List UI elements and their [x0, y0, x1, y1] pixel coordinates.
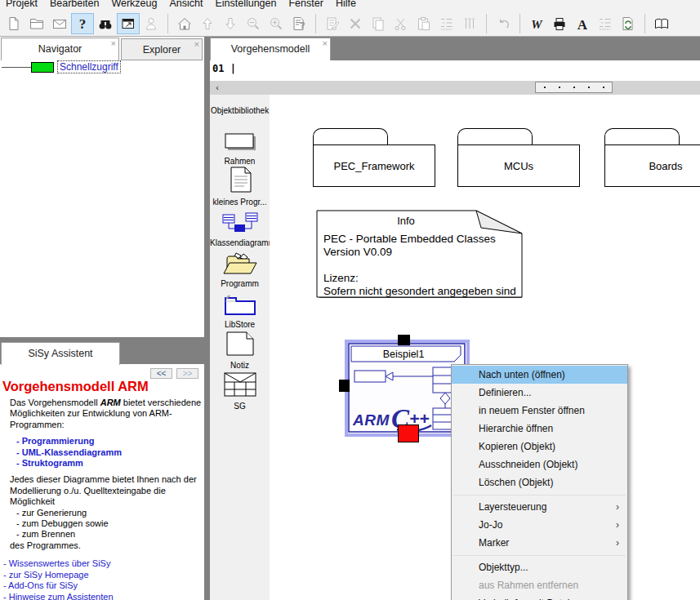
assistant-list-item: - zum Brennen [16, 529, 204, 540]
document-help-icon[interactable]: ? [288, 13, 310, 34]
scroll-left-arrow[interactable]: ‹ [210, 81, 225, 95]
selection-handle-left[interactable] [339, 380, 350, 392]
submenu-arrow-icon: › [616, 534, 619, 552]
menu-projekt[interactable]: Projekt [6, 0, 38, 11]
delete-icon[interactable] [344, 13, 367, 34]
assistant-link[interactable]: - Hinweise zum Assistenten [3, 592, 204, 600]
submenu-arrow-icon: › [616, 594, 619, 600]
assistant-link[interactable]: - Wissenswertes über SiSy [3, 558, 204, 570]
tab-navigator-label: Navigator [2, 43, 118, 55]
kleines-programm-icon[interactable] [226, 166, 254, 197]
info-note[interactable]: Info PEC - Portable Embedded Classes Ver… [316, 210, 527, 304]
menu-item-definieren[interactable]: Definieren... [452, 384, 627, 402]
folder-tab [313, 128, 388, 145]
assistant-link[interactable]: - Programmierung [16, 436, 204, 447]
application-window: ProjektBearbeitenWerkzeugAnsichtEinstell… [0, 0, 700, 600]
zoom-in-icon[interactable] [265, 13, 288, 34]
library-item-libstore[interactable]: LibStore [210, 288, 270, 329]
search-binoculars-icon[interactable] [94, 13, 117, 34]
red-marker[interactable] [398, 424, 419, 442]
menu-item-löschen-objekt[interactable]: Löschen (Objekt) [452, 473, 627, 491]
open-folder-icon[interactable] [25, 13, 48, 34]
selection-handle-top[interactable] [398, 335, 410, 345]
menu-item-in-neuem-fenster-öffnen[interactable]: in neuem Fenster öffnen [452, 402, 627, 420]
library-item-label: Programm [221, 279, 259, 288]
tab-navigator[interactable]: Navigator × [1, 38, 119, 60]
programm-icon[interactable] [222, 251, 258, 278]
tree-node-icon[interactable] [31, 62, 54, 73]
library-item-programm[interactable]: Programm [210, 247, 270, 288]
person-icon[interactable] [140, 13, 163, 34]
help-icon[interactable]: ? [71, 13, 94, 34]
assistant-forward-button[interactable]: >> [176, 368, 198, 379]
close-icon[interactable]: × [323, 39, 328, 48]
menu-bearbeiten[interactable]: Bearbeiten [50, 0, 99, 11]
menu-item-nach-unten-öffnen[interactable]: Nach unten (öffnen) [452, 366, 627, 384]
tab-sisy-assistent[interactable]: SiSy Assistent [1, 342, 120, 365]
assistant-link[interactable]: - Struktogramm [16, 458, 204, 469]
columns-icon[interactable] [458, 13, 481, 34]
menu-item-layersteuerung[interactable]: Layersteuerung› [452, 498, 627, 516]
assistant-links-model: - Programmierung- UML-Klassendiagramm- S… [16, 436, 204, 469]
library-item-kleines-programm[interactable]: kleines Progr... [210, 166, 270, 207]
book-icon[interactable] [650, 13, 673, 34]
menu-item-jo-jo[interactable]: Jo-Jo› [452, 516, 627, 534]
close-icon[interactable]: × [111, 39, 116, 48]
assistant-back-button[interactable]: << [150, 368, 172, 379]
ruler-row: 01 | [210, 60, 700, 81]
menu-werkzeug[interactable]: Werkzeug [111, 0, 157, 11]
assistant-link[interactable]: - Add-Ons für SiSy [3, 580, 204, 592]
library-item-notiz[interactable]: Notiz [210, 329, 270, 370]
tab-vorgehensmodell[interactable]: Vorgehensmodell × [210, 38, 331, 60]
cut-scissors-icon[interactable] [390, 13, 412, 34]
window-resize-icon[interactable] [117, 13, 140, 34]
zoom-out-icon[interactable] [242, 13, 265, 34]
copy-icon[interactable] [367, 13, 390, 34]
assistant-link[interactable]: - zur SiSy Homepage [3, 570, 204, 581]
list-arrows-icon[interactable] [435, 13, 458, 34]
menu-item-ausschneiden-objekt[interactable]: Ausschneiden (Objekt) [452, 456, 627, 473]
paste-icon[interactable] [412, 13, 435, 34]
close-icon[interactable]: × [194, 40, 199, 49]
svg-text:PEC - Portable Embedded Classe: PEC - Portable Embedded Classes [323, 233, 496, 245]
sg-icon[interactable] [222, 371, 258, 401]
library-item-sg[interactable]: SG [210, 370, 270, 411]
menu-item-kopieren-objekt[interactable]: Kopieren (Objekt) [452, 438, 627, 456]
folder-label: MCUs [457, 144, 580, 187]
assistant-list-item: - zum Debuggen sowie [16, 518, 204, 529]
mail-icon[interactable] [48, 13, 71, 34]
menu-fenster[interactable]: Fenster [288, 0, 323, 11]
navigate-down-icon[interactable] [219, 13, 242, 34]
navigate-up-icon[interactable] [196, 13, 219, 34]
libstore-icon[interactable] [223, 291, 257, 319]
tree-item-label[interactable]: Schnellzugriff [57, 60, 121, 73]
library-item-klassendiagramm[interactable]: Klassendiagramm [210, 207, 270, 247]
horizontal-scrollbar[interactable]: ‹ [210, 81, 700, 95]
word-export-icon[interactable]: W [525, 13, 548, 34]
font-icon[interactable]: A [571, 13, 594, 34]
home-icon[interactable] [173, 13, 196, 34]
scrollbar-thumb[interactable] [535, 82, 613, 93]
assistant-link[interactable]: - UML-Klassendiagramm [16, 447, 204, 458]
menu-ansicht[interactable]: Ansicht [169, 0, 203, 11]
library-item-rahmen[interactable]: Rahmen [210, 125, 270, 166]
menu-item-marker[interactable]: Marker› [452, 534, 627, 552]
menu-item-hierarchie-öffnen[interactable]: Hierarchie öffnen [452, 420, 627, 438]
rahmen-icon[interactable] [222, 131, 258, 156]
tab-explorer[interactable]: Explorer × [121, 38, 203, 60]
object-library-title: Objektbibliothek [211, 106, 270, 115]
assistant-paragraph-2: Jedes dieser Diagramme bietet Ihnen nach… [10, 474, 204, 507]
notiz-icon[interactable] [224, 331, 256, 360]
undo-icon[interactable] [492, 13, 515, 34]
menu-hilfe[interactable]: Hilfe [336, 0, 356, 11]
folder-tab [604, 128, 680, 145]
new-document-icon[interactable] [2, 13, 25, 34]
print-icon[interactable] [548, 13, 571, 34]
document-refresh-icon[interactable] [617, 13, 640, 34]
menu-item-objekttyp[interactable]: Objekttyp... [452, 558, 627, 576]
outline-arrows-icon[interactable] [594, 13, 617, 34]
edit-document-icon[interactable] [321, 13, 344, 34]
menu-einstellungen[interactable]: Einstellungen [215, 0, 276, 11]
klassendiagramm-icon[interactable] [221, 211, 259, 238]
menu-item-verknüpfen-mit-datei[interactable]: Verknüpfen mit Datei...› [452, 594, 627, 600]
